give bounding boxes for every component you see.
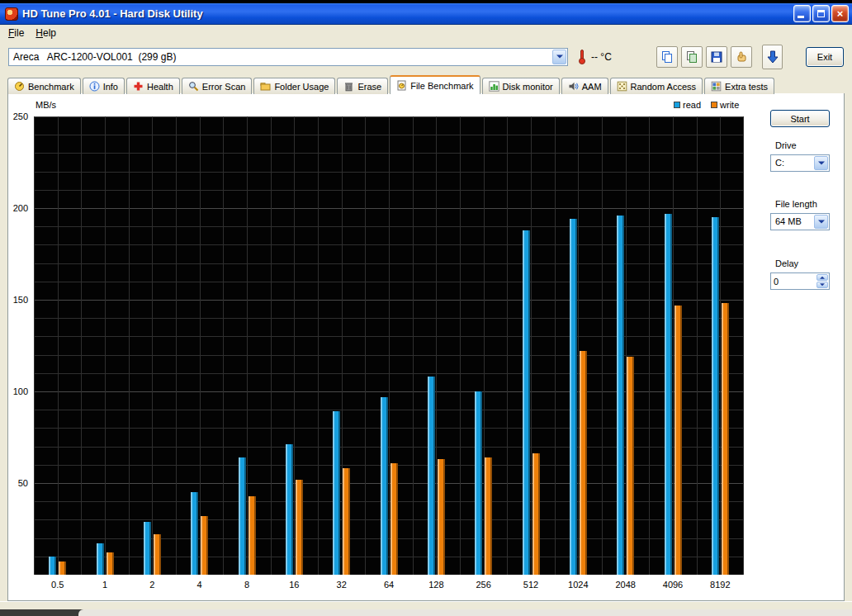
bar-write bbox=[106, 552, 114, 575]
gridline-vertical bbox=[507, 116, 508, 575]
close-icon: × bbox=[837, 8, 844, 19]
drive-combobox[interactable]: C: bbox=[770, 154, 830, 172]
bar-read bbox=[712, 217, 719, 575]
x-tick-label: 32 bbox=[337, 580, 347, 590]
drive-selector-value: Areca ARC-1200-VOL001 (299 gB) bbox=[9, 49, 551, 65]
close-button[interactable]: × bbox=[831, 5, 849, 22]
chevron-down-icon[interactable] bbox=[552, 50, 566, 64]
x-tick-label: 128 bbox=[428, 580, 443, 590]
trash-icon bbox=[343, 81, 354, 92]
gridline-vertical bbox=[58, 116, 59, 575]
exit-button[interactable]: Exit bbox=[806, 47, 844, 67]
bar-write bbox=[390, 463, 398, 575]
tab-folder-usage[interactable]: Folder Usage bbox=[253, 78, 335, 94]
minimize-button[interactable] bbox=[793, 5, 811, 22]
y-tick-label: 50 bbox=[8, 478, 31, 488]
save-image-button[interactable] bbox=[706, 46, 727, 68]
tab-strip: Benchmark Info Health Error Scan Folder … bbox=[0, 73, 852, 93]
copy-pages-icon bbox=[660, 50, 674, 64]
file-benchmark-panel: MB/s readwrite 50100150200250 0.51248163… bbox=[7, 92, 845, 601]
copy-text-button[interactable] bbox=[656, 46, 678, 68]
capture-button[interactable] bbox=[762, 45, 783, 69]
file-length-combobox-value: 64 MB bbox=[771, 214, 813, 230]
benchmark-chart-plot bbox=[34, 116, 744, 575]
gridline-vertical bbox=[200, 116, 201, 575]
delay-spinner bbox=[770, 272, 830, 290]
copy-image-button[interactable] bbox=[681, 46, 703, 68]
chevron-down-icon[interactable] bbox=[814, 156, 828, 170]
bar-write bbox=[296, 480, 303, 575]
info-icon bbox=[89, 81, 100, 92]
tab-benchmark[interactable]: Benchmark bbox=[7, 78, 81, 94]
tab-label: Disk monitor bbox=[503, 82, 553, 92]
legend-label: read bbox=[683, 100, 701, 110]
bar-read bbox=[191, 492, 198, 575]
bar-write bbox=[722, 303, 729, 575]
desktop-edge bbox=[0, 609, 852, 616]
gridline-vertical bbox=[318, 116, 319, 575]
menu-bar: File Help bbox=[0, 25, 852, 40]
drive-selector-combobox[interactable]: Areca ARC-1200-VOL001 (299 gB) bbox=[8, 48, 568, 66]
hand-icon bbox=[735, 50, 748, 64]
gridline-vertical bbox=[649, 116, 650, 575]
health-cross-icon bbox=[133, 81, 144, 92]
delay-label: Delay bbox=[775, 258, 798, 268]
tab-erase[interactable]: Erase bbox=[337, 78, 388, 94]
menu-file[interactable]: File bbox=[3, 26, 29, 40]
drive-label: Drive bbox=[775, 140, 797, 150]
y-tick-label: 100 bbox=[8, 386, 31, 396]
file-length-combobox[interactable]: 64 MB bbox=[770, 213, 830, 230]
copy-image-icon bbox=[685, 50, 698, 64]
bar-write bbox=[627, 357, 634, 575]
benchmark-icon bbox=[14, 81, 25, 92]
menu-help[interactable]: Help bbox=[31, 26, 61, 40]
x-tick-label: 2048 bbox=[615, 580, 635, 590]
spin-down-icon[interactable] bbox=[816, 282, 828, 288]
bar-read bbox=[333, 411, 340, 575]
tab-info[interactable]: Info bbox=[83, 78, 125, 94]
gridline-vertical bbox=[223, 116, 224, 575]
bar-read bbox=[381, 397, 388, 575]
tab-aam[interactable]: AAM bbox=[561, 78, 608, 94]
delay-input[interactable] bbox=[771, 273, 816, 289]
x-tick-label: 4096 bbox=[663, 580, 683, 590]
bar-read bbox=[144, 522, 151, 575]
bar-write bbox=[674, 306, 682, 575]
thermometer-icon bbox=[576, 49, 588, 65]
start-button[interactable]: Start bbox=[770, 110, 830, 127]
tab-disk-monitor[interactable]: Disk monitor bbox=[482, 78, 560, 94]
bar-write bbox=[154, 534, 161, 575]
bar-write bbox=[580, 351, 587, 575]
gridline-vertical bbox=[105, 116, 106, 575]
chart-legend: readwrite bbox=[674, 100, 739, 110]
status-bar bbox=[0, 601, 852, 609]
gridline-vertical bbox=[743, 116, 744, 575]
bar-write bbox=[532, 453, 540, 575]
maximize-button[interactable] bbox=[812, 5, 830, 22]
bar-read bbox=[570, 219, 577, 575]
drive-combobox-value: C: bbox=[771, 155, 813, 171]
file-length-label: File length bbox=[775, 199, 817, 209]
y-axis-unit-label: MB/s bbox=[36, 100, 56, 110]
x-tick-label: 1024 bbox=[568, 580, 588, 590]
tab-error-scan[interactable]: Error Scan bbox=[182, 78, 253, 94]
bar-read bbox=[428, 377, 435, 575]
tab-file-benchmark[interactable]: File Benchmark bbox=[390, 75, 480, 94]
legend-swatch-write bbox=[711, 102, 717, 108]
toolbar: Areca ARC-1200-VOL001 (299 gB) -- °C E bbox=[0, 40, 852, 73]
gridline-vertical bbox=[555, 116, 556, 575]
gridline-vertical bbox=[81, 116, 82, 575]
tab-health[interactable]: Health bbox=[126, 78, 180, 94]
hand-pointer-button[interactable] bbox=[731, 46, 752, 68]
legend-item-read: read bbox=[674, 100, 701, 110]
tab-extra-tests[interactable]: Extra tests bbox=[704, 78, 774, 94]
x-tick-label: 64 bbox=[384, 580, 394, 590]
chevron-down-icon[interactable] bbox=[814, 215, 828, 229]
magnifier-icon bbox=[188, 81, 199, 92]
bar-read bbox=[475, 391, 482, 575]
extra-tests-grid-icon bbox=[711, 81, 722, 92]
gridline-vertical bbox=[460, 116, 461, 575]
spin-up-icon[interactable] bbox=[816, 274, 828, 281]
x-tick-label: 16 bbox=[289, 580, 299, 590]
tab-random-access[interactable]: Random Access bbox=[610, 78, 703, 94]
